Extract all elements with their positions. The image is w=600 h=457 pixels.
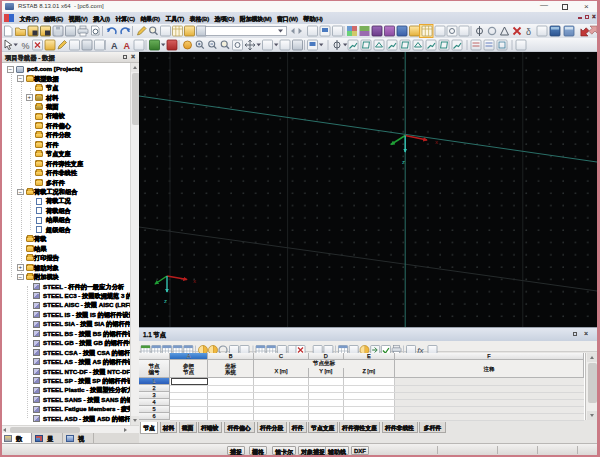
svg-text:A: A (111, 41, 118, 51)
svg-text:z: z (402, 159, 405, 165)
svg-text:δ: δ (526, 27, 531, 37)
svg-text:x: x (193, 278, 196, 284)
svg-text:z: z (164, 298, 167, 304)
svg-text:x: x (435, 139, 438, 145)
svg-text:A: A (124, 41, 131, 51)
svg-text:%: % (22, 41, 30, 51)
